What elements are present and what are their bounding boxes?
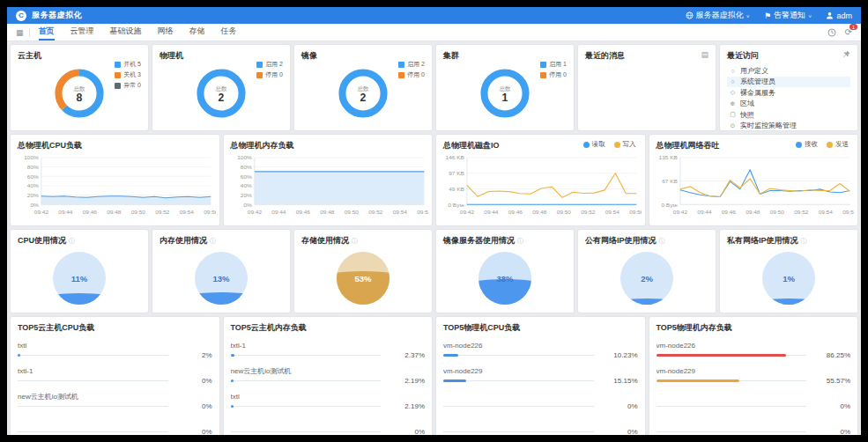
region-selector[interactable]: 服务器虚拟化 ∨	[686, 10, 750, 21]
pin-icon[interactable]	[842, 50, 850, 59]
top5-bar	[443, 354, 458, 357]
svg-text:总数: 总数	[72, 85, 85, 92]
top5-row: 0%	[443, 393, 638, 410]
top5-track	[443, 379, 594, 382]
chart-legend-item[interactable]: 写入	[614, 140, 636, 149]
legend-item[interactable]: 关机 3	[115, 70, 141, 79]
info-icon[interactable]: ⓘ	[69, 237, 75, 246]
card-title: TOP5云主机内存负载	[231, 322, 426, 334]
top5-value: 15.15%	[601, 377, 638, 385]
gauge-title: CPU使用情况	[18, 235, 66, 247]
recent-visit-link[interactable]: ◇裸金属服务	[727, 87, 850, 99]
chart-card-network-throughput: 总物理机网络吞吐 接收发送 0 Byte67 KB135 KB09:4209:4…	[649, 135, 858, 225]
apps-grid-icon[interactable]: ▦	[16, 28, 24, 37]
alarm-menu[interactable]: ⚑ 告警通知 ∨	[764, 10, 812, 21]
nav-item-1[interactable]: 云管理	[70, 24, 94, 41]
recent-visit-link[interactable]: ○系统管理员	[727, 77, 850, 88]
recent-visit-link[interactable]: ⊙实时监控策略管理	[727, 121, 850, 131]
user-menu[interactable]: adm	[826, 11, 852, 20]
legend-item[interactable]: 停用 0	[540, 70, 567, 79]
top5-label: txtl	[231, 393, 426, 401]
svg-text:09:48: 09:48	[107, 209, 122, 215]
legend-item[interactable]: 异常 0	[115, 81, 141, 90]
svg-text:09:46: 09:46	[295, 209, 310, 215]
recent-visits-list: ○用户定义○系统管理员◇裸金属服务⊕区域▢快照⊙实时监控策略管理	[727, 65, 850, 130]
svg-text:1: 1	[502, 92, 508, 104]
top5-value: 0%	[175, 428, 212, 435]
gauge-title: 内存使用情况	[160, 235, 207, 247]
legend-item[interactable]: 启用 2	[256, 60, 283, 69]
recent-visit-link[interactable]: ○用户定义	[727, 65, 850, 77]
top5-label: txtl	[18, 342, 212, 350]
navbar: ▦ 首页云管理基础设施网络存储任务 ⟳ 1	[7, 24, 861, 41]
top5-track	[231, 354, 382, 357]
recent-visit-link[interactable]: ⊕区域	[727, 99, 850, 110]
recent-visit-icon: ⊙	[729, 122, 737, 129]
legend-swatch	[398, 62, 404, 68]
info-icon[interactable]: ⓘ	[210, 237, 216, 246]
info-icon[interactable]: ⓘ	[659, 237, 665, 246]
nav-item-4[interactable]: 存储	[189, 24, 205, 41]
info-icon[interactable]: ⓘ	[801, 237, 807, 246]
legend-label: 异常 0	[123, 81, 141, 90]
svg-text:09:56: 09:56	[204, 209, 215, 215]
top5-value: 0%	[813, 428, 850, 435]
network-throughput-chart: 0 Byte67 KB135 KB09:4209:4409:4609:4809:…	[653, 151, 855, 224]
nav-item-3[interactable]: 网络	[158, 24, 174, 41]
donut-legend: 启用 2停用 0	[398, 60, 425, 81]
recent-visit-link[interactable]: ▢快照	[727, 109, 850, 121]
top5-label: txtl-1	[231, 342, 426, 350]
top5-list: txtl2%txtl-10%new云主机io测试机0%0%0%	[18, 342, 212, 435]
legend-item[interactable]: 停用 0	[398, 70, 425, 79]
gauge-title: 存储使用情况	[301, 235, 349, 247]
top5-value: 2%	[175, 351, 212, 359]
info-icon[interactable]: ⓘ	[352, 237, 358, 246]
nav-item-2[interactable]: 基础设施	[110, 24, 142, 41]
top5-label	[443, 418, 638, 426]
app-title: 服务器虚拟化	[32, 10, 82, 21]
chart-legend-item[interactable]: 读取	[583, 140, 605, 149]
history-clock-icon[interactable]	[827, 28, 836, 37]
legend-label: 读取	[592, 140, 605, 149]
svg-text:09:48: 09:48	[746, 209, 760, 215]
recent-visit-label: 实时监控策略管理	[740, 121, 797, 130]
legend-item[interactable]: 启用 1	[540, 60, 567, 69]
nav-item-5[interactable]: 任务	[221, 24, 237, 41]
top5-value: 0%	[813, 402, 850, 410]
svg-text:0%: 0%	[243, 202, 252, 208]
svg-text:67 KB: 67 KB	[662, 178, 678, 184]
nav-item-0[interactable]: 首页	[39, 24, 55, 41]
top5-row: vm-node22915.15%	[443, 367, 638, 385]
svg-text:146 KB: 146 KB	[446, 154, 464, 160]
refresh-button[interactable]: ⟳ 1	[845, 27, 852, 37]
top5-value: 10.23%	[601, 351, 638, 359]
svg-text:09:42: 09:42	[34, 209, 49, 215]
top5-value: 55.57%	[813, 377, 850, 385]
svg-text:0%: 0%	[30, 202, 39, 208]
legend-item[interactable]: 停用 0	[256, 70, 283, 79]
summary-card-image: 镜像 启用 2停用 0 总数2	[294, 45, 432, 130]
svg-text:135 KB: 135 KB	[658, 154, 677, 160]
recent-visit-label: 区域	[740, 99, 754, 108]
top5-row: 0%	[18, 418, 212, 435]
svg-text:09:54: 09:54	[392, 209, 407, 215]
legend-label: 停用 0	[549, 70, 567, 79]
svg-text:09:44: 09:44	[271, 209, 286, 215]
recent-visits-card: 最近访问 ○用户定义○系统管理员◇裸金属服务⊕区域▢快照⊙实时监控策略管理	[720, 45, 857, 130]
globe-icon	[686, 11, 694, 19]
recent-visit-icon: ○	[729, 78, 737, 85]
message-list-icon[interactable]: ▤	[701, 50, 708, 59]
info-icon[interactable]: ⓘ	[517, 237, 523, 246]
region-label: 服务器虚拟化	[696, 10, 744, 21]
legend-item[interactable]: 启用 2	[398, 60, 425, 69]
legend-item[interactable]: 开机 5	[115, 60, 141, 69]
svg-text:80%: 80%	[27, 164, 39, 170]
chart-legend-item[interactable]: 发送	[827, 140, 849, 149]
chart-legend-item[interactable]: 接收	[796, 140, 818, 149]
recent-visit-icon: ▢	[729, 111, 737, 118]
card-title: TOP5物理机内存负载	[657, 322, 851, 334]
svg-text:20%: 20%	[27, 192, 39, 198]
top5-row: 0%	[657, 418, 851, 435]
top5-row: txtl-10%	[18, 367, 212, 385]
liquid-gauge: 2%	[620, 252, 673, 305]
